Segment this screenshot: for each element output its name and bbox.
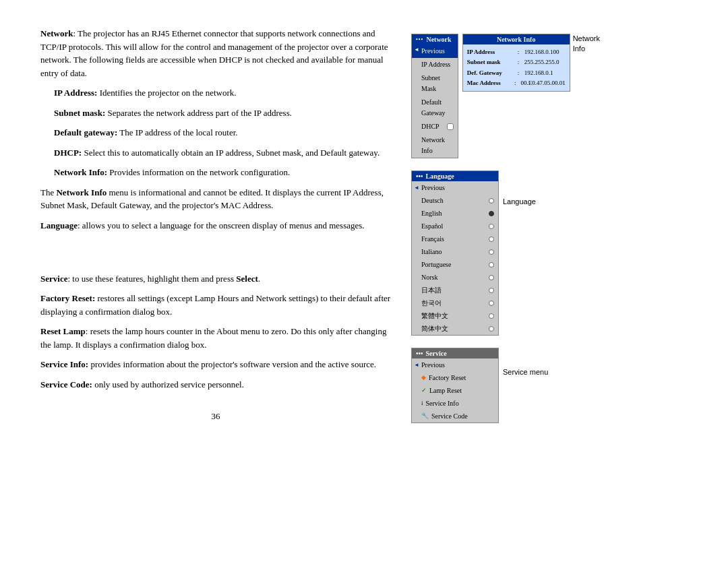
info-gateway-label: Def. Gateway [467,68,518,78]
svc-lamp-reset-item[interactable]: ✓ Lamp Reset [412,384,498,397]
info-subnet-value: 255.255.255.0 [524,57,566,67]
network-dhcp-item[interactable]: DHCP [412,120,458,133]
language-bold: Language [40,220,78,230]
select-bold: Select [236,274,257,284]
info-subnet-label: Subnet mask [467,57,518,67]
lang-portuguese-radio [489,262,494,268]
ip-address-bold: IP Address: [54,88,97,98]
lang-simplified-chinese-radio [489,326,494,332]
service-info-para: Service Info: provides information about… [40,358,391,371]
language-menu-title: Language [426,173,454,180]
service-bold: Service [40,274,67,284]
lang-italiano-label: Italiano [421,246,442,257]
lang-traditional-chinese-label: 繁體中文 [421,310,448,321]
svc-factory-reset-item[interactable]: ◆ Factory Reset [412,371,498,384]
lang-espanol-radio [489,224,494,229]
network-menu-header: ••• Network [412,34,458,44]
lang-english-label: English [421,208,442,219]
svc-lamp-reset-label: Lamp Reset [429,385,462,396]
network-menu-title: Network [426,36,451,43]
network-info-section: Network Info IP Address : 192.168.0.100 … [462,34,600,92]
lang-simplified-chinese-item[interactable]: 简体中文 [412,322,498,335]
header-dots: ••• [416,36,423,42]
network-section: ••• Network Previous IP Address Subnet M… [411,34,600,158]
dhcp-bold: DHCP: [54,148,82,158]
network-info-panel-header: Network Info [463,34,570,44]
lang-japanese-item[interactable]: 日本語 [412,284,498,296]
network-info-panel: Network Info IP Address : 192.168.0.100 … [462,34,570,92]
svc-factory-reset-label: Factory Reset [429,372,466,383]
default-gateway-bold: Default gateway: [54,127,117,137]
lang-italiano-radio [489,249,494,255]
network-ip-item[interactable]: IP Address [412,58,458,71]
svc-previous-item[interactable]: Previous [412,358,498,371]
language-menu: ••• Language Previous Deutsch English Es… [411,170,499,336]
network-bold: Network [40,28,73,38]
network-gateway-item[interactable]: Default Gateway [412,96,458,120]
network-info-para: Network Info: Provides information on th… [54,166,391,179]
dhcp-para: DHCP: Select this to automatically obtai… [54,146,391,160]
service-section: ••• Service Previous ◆ Factory Reset ✓ L… [411,348,600,423]
lang-espanol-item[interactable]: Español [412,220,498,232]
info-mac-value: 00.E0.47.05.00.01 [520,78,565,88]
factory-reset-para: Factory Reset: restores all settings (ex… [40,292,391,318]
dhcp-checkbox[interactable] [447,123,454,130]
lang-japanese-label: 日本語 [421,284,442,296]
lang-portuguese-label: Portuguese [421,259,451,270]
info-ip-label: IP Address [467,47,518,57]
svc-header-dots: ••• [416,350,423,357]
service-menu-header: ••• Service [412,348,498,358]
svc-service-info-label: Service Info [426,398,459,409]
network-info-wrapper: Network Info IP Address : 192.168.0.100 … [462,34,600,92]
lang-previous-item[interactable]: Previous [412,181,498,194]
info-subnet-colon: : [518,57,524,67]
svc-service-code-item[interactable]: 🔧 Service Code [412,410,498,423]
lang-japanese-radio [489,288,494,293]
lang-norsk-item[interactable]: Norsk [412,271,498,284]
language-menu-header: ••• Language [412,171,498,181]
svc-service-info-item[interactable]: i Service Info [412,397,498,410]
network-info-item[interactable]: Network Info [412,133,458,158]
network-info-detail-bold: Network Info [56,187,107,197]
network-subnet-item[interactable]: Subnet Mask [412,71,458,96]
lang-traditional-chinese-radio [489,313,494,319]
num-icon: i [421,398,423,408]
lang-english-radio [489,211,494,216]
network-info-panel-body: IP Address : 192.168.0.100 Subnet mask :… [463,44,570,91]
info-ip-value: 192.168.0.100 [524,47,566,57]
lang-traditional-chinese-item[interactable]: 繁體中文 [412,309,498,322]
service-para: Service: to use these features, highligh… [40,272,391,286]
service-label: Service menu [503,368,548,376]
info-gateway-row: Def. Gateway : 192.168.0.1 [467,68,566,78]
reset-lamp-para: Reset Lamp: resets the lamp hours counte… [40,325,391,351]
left-column: Network: The projector has an RJ45 Ether… [40,27,391,422]
page-layout: Network: The projector has an RJ45 Ether… [40,27,688,423]
info-ip-colon: : [518,47,524,57]
lang-portuguese-item[interactable]: Portuguese [412,258,498,271]
check-icon: ✓ [421,385,427,396]
lang-english-item[interactable]: English [412,207,498,220]
lang-francais-label: Français [421,233,444,245]
lang-francais-item[interactable]: Français [412,232,498,245]
lang-deutsch-label: Deutsch [421,195,444,206]
subnet-mask-bold: Subnet mask: [54,108,105,118]
network-menu: ••• Network Previous IP Address Subnet M… [411,34,458,158]
info-subnet-row: Subnet mask : 255.255.255.0 [467,57,566,67]
network-previous-item[interactable]: Previous [412,44,458,58]
info-mac-label: Mac Address [467,78,514,88]
info-mac-colon: : [514,78,520,88]
lang-italiano-item[interactable]: Italiano [412,245,498,258]
network-intro-para: Network: The projector has an RJ45 Ether… [40,27,391,80]
factory-reset-bold: Factory Reset: [40,293,95,303]
spacer-para [40,239,391,252]
lang-korean-item[interactable]: 한국어 [412,296,498,309]
dhcp-label: DHCP [421,121,439,132]
svc-previous-label: Previous [421,359,445,371]
lang-korean-label: 한국어 [421,297,442,309]
right-column: ••• Network Previous IP Address Subnet M… [411,27,600,423]
lang-previous-label: Previous [421,182,445,193]
service-code-bold: Service Code: [40,379,92,389]
info-gateway-value: 192.168.0.1 [524,68,566,78]
lang-deutsch-item[interactable]: Deutsch [412,194,498,207]
service-code-para: Service Code: only used by authorized se… [40,378,391,392]
